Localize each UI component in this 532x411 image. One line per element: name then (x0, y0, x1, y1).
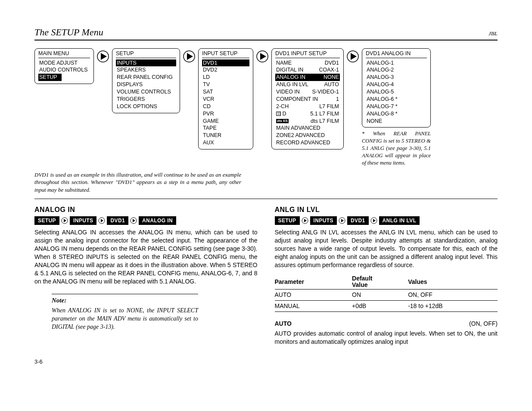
param-heading-line: AUTO (ON, OFF) (275, 320, 498, 328)
table-cell: MANUAL (275, 301, 352, 312)
menu-item: dts ESdts L7 FILM (275, 118, 340, 125)
param-values-inline: (ON, OFF) (469, 320, 498, 328)
chevron-right-icon (98, 217, 105, 224)
table-cell: ON (352, 290, 408, 301)
breadcrumb-item: DVD1 (347, 216, 369, 225)
menu-item: VIDEO INS-VIDEO-1 (275, 88, 340, 96)
page-number: 3-6 (34, 358, 498, 366)
section-heading-anlg-in-lvl: ANLG IN LVL (275, 205, 498, 215)
menu-item: 2-CHL7 FILM (275, 103, 340, 110)
menu-item: DIGITAL INCOAX-1 (275, 66, 340, 74)
illustration-caption: DVD1 is used as an example in this illus… (34, 171, 241, 194)
param-name: AUTO (275, 320, 292, 328)
menu-item: GAME (202, 118, 249, 125)
menu-item: SPEAKERS (116, 66, 176, 74)
svg-marker-3 (187, 53, 193, 60)
menu-item-label: ▯▯ D (276, 110, 286, 118)
menu-item: ANALOG-5 (366, 88, 427, 96)
menu-item: MAIN ADVANCED (275, 125, 340, 132)
menu-item-label: DIGITAL IN (276, 66, 303, 74)
footnote-right: * When REAR PANEL CONFIG is set to 5 STE… (362, 130, 431, 166)
breadcrumb-item: DVD1 (107, 216, 128, 225)
menu-item-label: ANLG IN LVL (276, 81, 308, 88)
table-cell: ON, OFF (408, 290, 498, 301)
th-parameter: Parameter (275, 274, 352, 290)
menu-item: NAMEDVD1 (275, 59, 340, 67)
menu-item-label: COMPONENT IN (276, 96, 318, 103)
page-header: The SETUP Menu JBL (34, 26, 498, 40)
menu-item: ANALOG-1 (366, 59, 427, 67)
menu-title: DVD1 INPUT SETUP (275, 50, 340, 58)
divider (34, 199, 498, 199)
menu-title: DVD1 ANALOG IN (366, 50, 427, 58)
menu-item: VOLUME CONTROLS (116, 88, 176, 96)
menu-item: LD (202, 74, 249, 81)
nav-arrow-icon (96, 50, 109, 63)
table-cell: AUTO (275, 290, 352, 301)
menu-item-label: VIDEO IN (276, 88, 300, 96)
svg-marker-17 (341, 219, 344, 222)
menu-item-label: RECORD ADVANCED (276, 139, 330, 146)
menu-item: ZONE2 ADVANCED (275, 132, 340, 139)
menu-item-value: 5.1 L7 FILM (310, 110, 339, 118)
breadcrumb-item: INPUTS (70, 216, 96, 225)
menu-item-label: dts ES (276, 118, 289, 125)
menu-item-value: AUTO (324, 81, 339, 88)
section-heading-analog-in: ANALOG IN (34, 205, 258, 215)
brand-label: JBL (488, 30, 498, 37)
breadcrumb: SETUPINPUTSDVD1ANLG IN LVL (275, 216, 498, 225)
menu-item: ANALOG-8 * (366, 110, 427, 118)
menu-item: AUDIO CONTROLS (38, 66, 90, 74)
chevron-right-icon (339, 217, 345, 224)
breadcrumb-item: ANALOG IN (139, 216, 176, 225)
note-title: Note: (52, 296, 198, 305)
svg-marker-5 (260, 53, 266, 60)
menu-item: ANALOG-7 * (366, 103, 427, 110)
table-row: MANUAL+0dB-18 to +12dB (275, 301, 498, 312)
menu-item: DVD1 (202, 59, 249, 67)
menu-item: LOCK OPTIONS (116, 103, 176, 110)
param-body: AUTO provides automatic control of analo… (275, 330, 498, 346)
menu-item-label: ZONE2 ADVANCED (276, 132, 325, 139)
menu-item: ANALOG-3 (366, 74, 427, 81)
menu-title: MAIN MENU (38, 50, 90, 58)
menu-item: VCR (202, 96, 249, 103)
nav-arrow-icon (256, 50, 269, 63)
breadcrumb: SETUPINPUTSDVD1ANALOG IN (34, 216, 258, 225)
menu-item-value: DVD1 (325, 59, 339, 67)
chevron-right-icon (61, 217, 68, 224)
menu-item: ANALOG-6 * (366, 96, 427, 103)
menu-item-label: MAIN ADVANCED (276, 125, 320, 132)
breadcrumb-item: SETUP (275, 216, 300, 225)
dvd1-input-setup-menu-box: DVD1 INPUT SETUP NAMEDVD1DIGITAL INCOAX-… (271, 48, 344, 149)
menu-item: RECORD ADVANCED (275, 139, 340, 146)
menu-item: ANALOG-4 (366, 81, 427, 88)
th-values: Values (408, 274, 498, 290)
setup-menu-box: SETUP INPUTSSPEAKERSREAR PANEL CONFIGDIS… (112, 48, 180, 113)
table-row: AUTOONON, OFF (275, 290, 498, 301)
table-cell: -18 to +12dB (408, 301, 498, 312)
note-body: When ANALOG IN is set to NONE, the INPUT… (52, 307, 198, 331)
nav-arrow-icon (183, 50, 196, 63)
menu-item: DISPLAYS (116, 81, 176, 88)
menu-item: ANALOG-2 (366, 66, 427, 74)
input-setup-menu-box: INPUT SETUP DVD1DVD2LDTVSATVCRCDPVRGAMET… (198, 48, 253, 149)
menu-item: CD (202, 103, 249, 110)
menu-item: TUNER (202, 132, 249, 139)
main-menu-box: MAIN MENU MODE ADJUSTAUDIO CONTROLSSETUP (34, 48, 94, 84)
th-default: DefaultValue (352, 274, 408, 290)
breadcrumb-item: ANLG IN LVL (379, 216, 420, 225)
svg-marker-11 (101, 219, 103, 222)
menu-item: COMPONENT IN1 (275, 96, 340, 103)
right-column: ANLG IN LVL SETUPINPUTSDVD1ANLG IN LVL S… (275, 205, 498, 346)
breadcrumb-item: SETUP (34, 216, 59, 225)
menu-item-value: dts L7 FILM (311, 118, 339, 125)
svg-marker-7 (351, 53, 357, 60)
svg-marker-9 (64, 219, 66, 222)
footnote-marker: * (362, 131, 373, 137)
menu-item: SAT (202, 88, 249, 96)
note-block: Note: When ANALOG IN is set to NONE, the… (52, 294, 198, 331)
menu-item: ▯▯ D5.1 L7 FILM (275, 110, 340, 118)
menu-item: TAPE (202, 125, 249, 132)
menu-item-value: L7 FILM (319, 103, 339, 110)
